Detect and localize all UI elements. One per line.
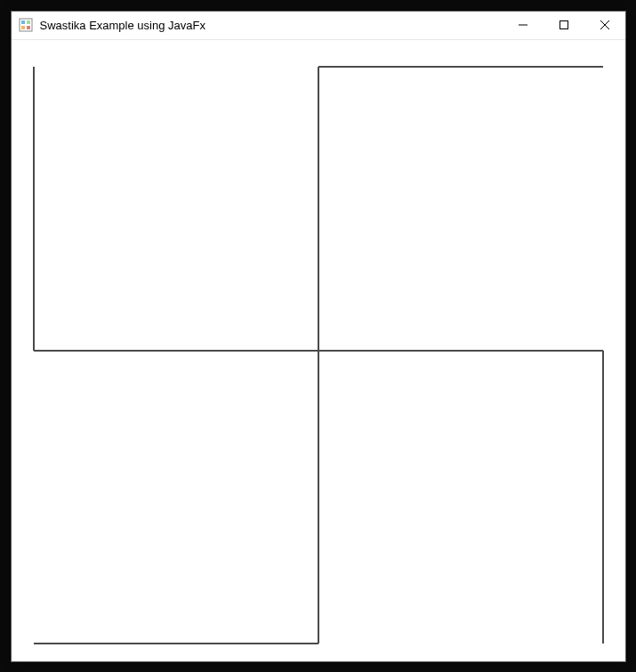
maximize-icon bbox=[560, 19, 568, 32]
svg-rect-1 bbox=[21, 20, 25, 24]
svg-rect-4 bbox=[27, 26, 30, 29]
window-controls bbox=[503, 12, 625, 39]
content-area bbox=[12, 40, 625, 661]
close-button[interactable] bbox=[584, 12, 625, 39]
svg-rect-3 bbox=[21, 26, 25, 29]
maximize-button[interactable] bbox=[543, 12, 584, 39]
close-icon bbox=[600, 19, 609, 32]
svg-rect-6 bbox=[560, 20, 568, 28]
minimize-button[interactable] bbox=[503, 12, 543, 39]
minimize-icon bbox=[519, 19, 527, 32]
application-window: Swastika Example using JavaFx bbox=[11, 11, 626, 662]
window-title: Swastika Example using JavaFx bbox=[40, 19, 503, 32]
drawing-canvas bbox=[12, 40, 625, 661]
svg-rect-2 bbox=[27, 20, 30, 24]
title-bar[interactable]: Swastika Example using JavaFx bbox=[12, 12, 625, 40]
app-icon bbox=[19, 18, 33, 32]
